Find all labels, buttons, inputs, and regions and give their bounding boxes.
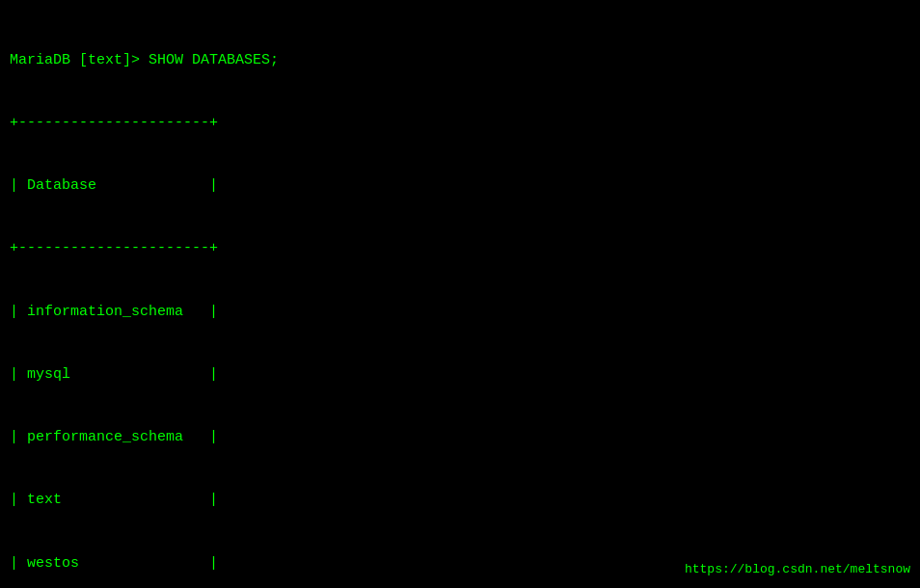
line-7: | performance_schema |: [10, 427, 910, 448]
line-8: | text |: [10, 490, 910, 511]
line-1: MariaDB [text]> SHOW DATABASES;: [10, 50, 910, 71]
terminal-window: MariaDB [text]> SHOW DATABASES; +-------…: [0, 0, 920, 588]
line-4: +----------------------+: [10, 238, 910, 259]
line-6: | mysql |: [10, 364, 910, 386]
line-3: | Database |: [10, 175, 910, 197]
line-2: +----------------------+: [10, 113, 910, 134]
watermark-text: https://blog.csdn.net/meltsnow: [685, 562, 910, 576]
line-5: | information_schema |: [10, 302, 910, 323]
